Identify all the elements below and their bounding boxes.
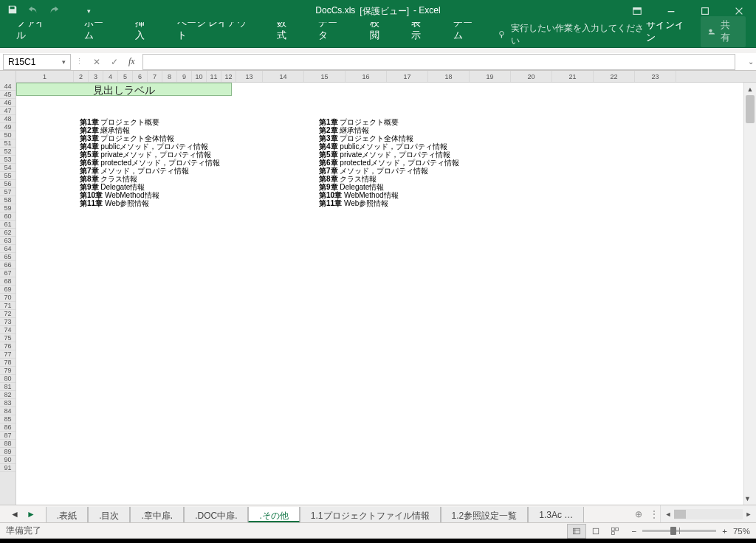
row-header[interactable]: 90 bbox=[0, 456, 16, 464]
row-header[interactable]: 50 bbox=[0, 131, 16, 139]
column-header[interactable]: 22 bbox=[594, 71, 635, 82]
column-header[interactable]: 6 bbox=[133, 71, 148, 82]
column-header[interactable]: 11 bbox=[207, 71, 221, 82]
column-header[interactable]: 5 bbox=[118, 71, 133, 82]
row-header[interactable]: 46 bbox=[0, 99, 16, 107]
row-header[interactable]: 79 bbox=[0, 367, 16, 375]
zoom-level[interactable]: 75% bbox=[733, 527, 750, 536]
column-header[interactable]: 17 bbox=[387, 71, 428, 82]
row-header[interactable]: 83 bbox=[0, 399, 16, 407]
hscroll-right-icon[interactable]: ► bbox=[743, 511, 755, 518]
column-header[interactable]: 3 bbox=[89, 71, 103, 82]
row-header[interactable]: 53 bbox=[0, 156, 16, 164]
vertical-scrollbar[interactable]: ▲ ▼ bbox=[743, 83, 756, 505]
zoom-slider[interactable] bbox=[642, 530, 716, 532]
row-header[interactable]: 52 bbox=[0, 148, 16, 156]
zoom-in-button[interactable]: + bbox=[722, 527, 727, 536]
sheet-tab[interactable]: 1.3Ac … bbox=[528, 507, 584, 522]
column-header[interactable]: 1 bbox=[16, 71, 74, 82]
row-header[interactable]: 89 bbox=[0, 448, 16, 456]
row-header[interactable]: 51 bbox=[0, 139, 16, 148]
row-header[interactable]: 86 bbox=[0, 423, 16, 432]
name-box[interactable]: R15C1▾ bbox=[3, 54, 71, 70]
row-header[interactable]: 65 bbox=[0, 253, 16, 261]
column-header[interactable]: 16 bbox=[346, 71, 387, 82]
page-break-view-button[interactable] bbox=[605, 524, 625, 539]
row-header[interactable]: 63 bbox=[0, 237, 16, 245]
sheet-tab[interactable]: .表紙 bbox=[46, 507, 88, 522]
qa-customize-dropdown[interactable]: ▾ bbox=[87, 7, 91, 15]
row-header[interactable]: 70 bbox=[0, 294, 16, 302]
row-header[interactable]: 62 bbox=[0, 229, 16, 237]
column-header[interactable]: 7 bbox=[148, 71, 162, 82]
expand-formula-bar-icon[interactable]: ⌄ bbox=[746, 58, 756, 66]
column-header[interactable]: 13 bbox=[236, 71, 263, 82]
normal-view-button[interactable] bbox=[567, 524, 586, 539]
save-icon[interactable] bbox=[7, 4, 18, 18]
hscroll-left-icon[interactable]: ◄ bbox=[662, 511, 674, 518]
signin-link[interactable]: サインイン bbox=[646, 19, 691, 44]
row-header[interactable]: 88 bbox=[0, 440, 16, 448]
row-header[interactable]: 91 bbox=[0, 464, 16, 472]
enter-formula-icon[interactable]: ✓ bbox=[111, 57, 118, 67]
row-header[interactable]: 76 bbox=[0, 342, 16, 350]
page-layout-view-button[interactable] bbox=[586, 524, 605, 539]
row-header[interactable]: 66 bbox=[0, 261, 16, 269]
heading-label-cell[interactable]: 見出しラベル bbox=[16, 83, 232, 96]
row-header[interactable]: 81 bbox=[0, 383, 16, 391]
share-button[interactable]: 共有 bbox=[701, 16, 746, 47]
row-header[interactable]: 82 bbox=[0, 391, 16, 399]
column-header[interactable]: 9 bbox=[177, 71, 192, 82]
new-sheet-icon[interactable]: ⊕ bbox=[629, 505, 648, 522]
sheet-tab[interactable]: .章中扉. bbox=[130, 507, 184, 522]
row-header[interactable]: 71 bbox=[0, 302, 16, 310]
row-header[interactable]: 59 bbox=[0, 204, 16, 212]
column-header[interactable]: 2 bbox=[74, 71, 89, 82]
row-header[interactable]: 67 bbox=[0, 269, 16, 277]
cancel-formula-icon[interactable]: ✕ bbox=[93, 57, 100, 67]
row-header[interactable]: 60 bbox=[0, 212, 16, 221]
row-header[interactable]: 72 bbox=[0, 310, 16, 318]
row-header[interactable]: 44 bbox=[0, 83, 16, 91]
row-header[interactable]: 75 bbox=[0, 334, 16, 342]
row-header[interactable]: 54 bbox=[0, 164, 16, 172]
row-header[interactable]: 61 bbox=[0, 221, 16, 229]
column-header[interactable]: 20 bbox=[511, 71, 552, 82]
row-header[interactable]: 49 bbox=[0, 123, 16, 131]
row-header[interactable]: 78 bbox=[0, 359, 16, 367]
row-header[interactable]: 55 bbox=[0, 172, 16, 180]
column-header[interactable]: 12 bbox=[221, 71, 236, 82]
row-header[interactable]: 56 bbox=[0, 180, 16, 188]
row-header[interactable]: 57 bbox=[0, 188, 16, 196]
column-header[interactable]: 14 bbox=[263, 71, 304, 82]
column-header[interactable]: 10 bbox=[192, 71, 207, 82]
row-headers[interactable]: 4445464748495051525354555657585960616263… bbox=[0, 71, 16, 505]
row-header[interactable]: 47 bbox=[0, 107, 16, 115]
tab-scroll-left-icon[interactable]: ◄ bbox=[10, 509, 19, 519]
zoom-out-button[interactable]: − bbox=[632, 527, 637, 536]
sheet-tab[interactable]: .その他 bbox=[248, 507, 299, 522]
scroll-up-icon[interactable]: ▲ bbox=[744, 83, 756, 95]
column-header[interactable]: 21 bbox=[552, 71, 594, 82]
vertical-scroll-thumb[interactable] bbox=[746, 95, 755, 123]
row-header[interactable]: 80 bbox=[0, 375, 16, 383]
minimize-button[interactable] bbox=[654, 0, 688, 22]
row-header[interactable]: 45 bbox=[0, 91, 16, 99]
sheet-tab[interactable]: .目次 bbox=[88, 507, 130, 522]
column-header[interactable]: 15 bbox=[304, 71, 346, 82]
column-header[interactable]: 19 bbox=[470, 71, 511, 82]
tab-scroll-right-icon[interactable]: ► bbox=[27, 509, 35, 519]
row-header[interactable]: 85 bbox=[0, 415, 16, 423]
row-header[interactable]: 68 bbox=[0, 277, 16, 286]
undo-icon[interactable] bbox=[28, 4, 38, 18]
scroll-down-icon[interactable]: ▼ bbox=[744, 492, 751, 505]
column-header[interactable]: 23 bbox=[635, 71, 676, 82]
formula-input[interactable] bbox=[142, 54, 735, 70]
row-header[interactable]: 84 bbox=[0, 407, 16, 415]
ribbon-display-options-icon[interactable] bbox=[620, 0, 654, 22]
row-header[interactable]: 87 bbox=[0, 432, 16, 440]
column-headers[interactable]: 1234567891011121314151617181920212223 bbox=[16, 71, 756, 83]
redo-icon[interactable] bbox=[49, 4, 59, 18]
row-header[interactable]: 69 bbox=[0, 286, 16, 294]
row-header[interactable]: 73 bbox=[0, 318, 16, 326]
